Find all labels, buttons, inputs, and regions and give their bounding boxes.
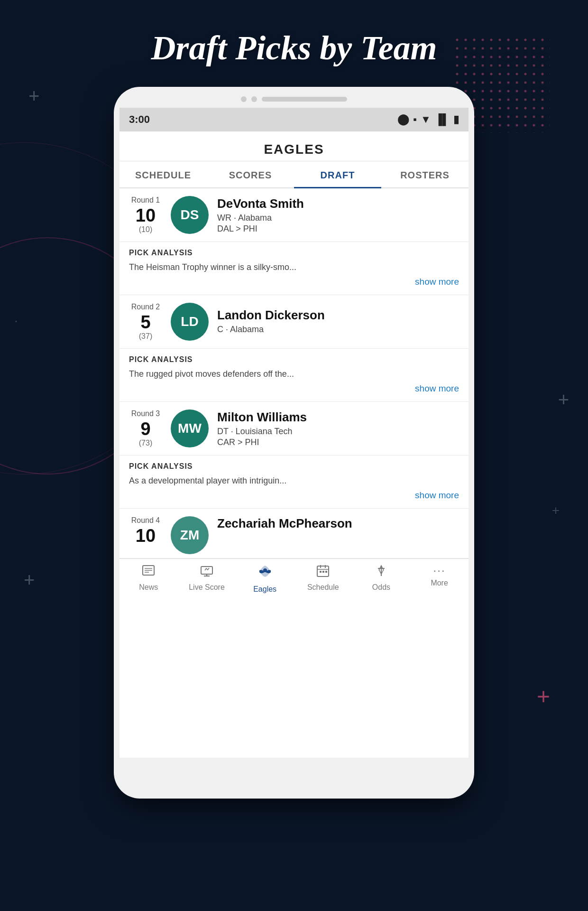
player-info-3: Milton Williams DT · Louisiana Tech CAR …: [217, 410, 459, 447]
nav-item-schedule[interactable]: Schedule: [299, 564, 347, 594]
svg-point-9: [263, 568, 267, 572]
page-title: Draft Picks by Team: [0, 0, 588, 87]
pick-item-4: Round 4 10 ZM Zechariah McPhearson: [119, 509, 469, 558]
status-time: 3:00: [129, 113, 150, 126]
pick-item-1: Round 1 10 (10) DS DeVonta Smith WR · Al…: [119, 188, 469, 295]
pick-analysis-1: PICK ANALYSIS The Heisman Trophy winner …: [119, 242, 469, 295]
player-trade-3: CAR > PHI: [217, 437, 459, 447]
show-more-2[interactable]: show more: [129, 383, 459, 394]
signal-icon: ▐▌: [435, 113, 450, 126]
tab-schedule[interactable]: SCHEDULE: [119, 161, 207, 187]
pick-item-2: Round 2 5 (37) LD Landon Dickerson C · A…: [119, 295, 469, 402]
pick-num-2: 5: [129, 313, 162, 331]
phone-frame: 3:00 ⬤ ▪ ▼ ▐▌ ▮ EAGLES SCHEDULE SCORES D…: [114, 87, 474, 799]
pick-overall-2: (37): [129, 332, 162, 341]
plus-icon-3: +: [24, 569, 35, 591]
analysis-label-2: PICK ANALYSIS: [129, 355, 459, 364]
phone-notch: [119, 96, 469, 108]
square-status-icon: ▪: [413, 113, 417, 126]
status-bar: 3:00 ⬤ ▪ ▼ ▐▌ ▮: [119, 108, 469, 131]
analysis-text-2: The rugged pivot moves defenders off the…: [129, 368, 459, 381]
pick-number-col-4: Round 4 10: [129, 516, 162, 545]
eagles-icon: [257, 564, 273, 583]
svg-rect-14: [320, 571, 322, 573]
status-bar-icons: ⬤ ▪ ▼ ▐▌ ▮: [397, 113, 459, 126]
nav-item-eagles[interactable]: Eagles: [241, 564, 289, 594]
player-position-2: C · Alabama: [217, 325, 459, 335]
svg-rect-15: [322, 571, 324, 573]
pink-plus-icon: +: [537, 683, 550, 709]
pick-row-3: Round 3 9 (73) MW Milton Williams DT · L…: [119, 402, 469, 455]
pick-num-1: 10: [129, 206, 162, 224]
player-info-1: DeVonta Smith WR · Alabama DAL > PHI: [217, 196, 459, 234]
pick-num-4: 10: [129, 527, 162, 545]
pick-number-col-3: Round 3 9 (73): [129, 409, 162, 447]
pick-row-4: Round 4 10 ZM Zechariah McPhearson: [119, 509, 469, 558]
svg-rect-16: [325, 571, 327, 573]
pick-analysis-3: PICK ANALYSIS As a developmental player …: [119, 455, 469, 508]
pick-overall-3: (73): [129, 439, 162, 447]
nav-label-livescore: Live Score: [189, 583, 225, 592]
player-info-2: Landon Dickerson C · Alabama: [217, 308, 459, 335]
nav-label-more: More: [431, 579, 448, 587]
plus-icon-4: +: [552, 503, 560, 518]
phone-bar: [262, 97, 347, 102]
nav-item-news[interactable]: News: [125, 564, 172, 594]
svg-rect-6: [201, 567, 212, 574]
nav-item-livescore[interactable]: Live Score: [183, 564, 230, 594]
analysis-label-3: PICK ANALYSIS: [129, 462, 459, 471]
pick-round-1: Round 1: [129, 196, 162, 205]
pick-num-3: 9: [129, 420, 162, 438]
tab-scores[interactable]: SCORES: [207, 161, 294, 187]
player-position-3: DT · Louisiana Tech: [217, 427, 459, 437]
bottom-nav: News Live Score: [119, 558, 469, 601]
battery-icon: ▮: [453, 113, 459, 126]
pick-row-1: Round 1 10 (10) DS DeVonta Smith WR · Al…: [119, 188, 469, 242]
pick-analysis-2: PICK ANALYSIS The rugged pivot moves def…: [119, 348, 469, 401]
player-name-2: Landon Dickerson: [217, 308, 459, 323]
analysis-text-1: The Heisman Trophy winner is a silky-smo…: [129, 261, 459, 274]
pick-item-3: Round 3 9 (73) MW Milton Williams DT · L…: [119, 402, 469, 509]
player-trade-1: DAL > PHI: [217, 224, 459, 234]
tab-bar: SCHEDULE SCORES DRAFT ROSTERS: [119, 161, 469, 188]
tab-rosters[interactable]: ROSTERS: [381, 161, 469, 187]
player-avatar-4: ZM: [171, 516, 209, 554]
player-name-3: Milton Williams: [217, 410, 459, 425]
wifi-icon: ▼: [421, 113, 431, 126]
player-avatar-3: MW: [171, 409, 209, 447]
show-more-3[interactable]: show more: [129, 490, 459, 501]
nav-item-more[interactable]: ··· More: [416, 564, 463, 594]
livescore-icon: [200, 564, 214, 581]
schedule-icon: [316, 564, 330, 581]
show-more-1[interactable]: show more: [129, 277, 459, 287]
nav-label-odds: Odds: [372, 583, 390, 592]
odds-icon: [374, 564, 388, 581]
nav-item-odds[interactable]: Odds: [358, 564, 405, 594]
player-avatar-1: DS: [171, 196, 209, 234]
pick-round-3: Round 3: [129, 409, 162, 418]
news-icon: [141, 564, 156, 581]
phone-dot-2: [251, 96, 257, 102]
team-header: EAGLES: [119, 131, 469, 161]
tab-draft[interactable]: DRAFT: [294, 161, 381, 187]
pick-number-col-1: Round 1 10 (10): [129, 196, 162, 234]
pick-overall-1: (10): [129, 225, 162, 234]
player-name-1: DeVonta Smith: [217, 196, 459, 211]
player-name-4: Zechariah McPhearson: [217, 516, 459, 531]
player-info-4: Zechariah McPhearson: [217, 516, 459, 533]
player-position-1: WR · Alabama: [217, 213, 459, 223]
pick-row-2: Round 2 5 (37) LD Landon Dickerson C · A…: [119, 295, 469, 348]
analysis-text-3: As a developmental player with intriguin…: [129, 474, 459, 487]
phone-dot-1: [241, 96, 247, 102]
dot-icon: ·: [14, 313, 18, 328]
app-content: EAGLES SCHEDULE SCORES DRAFT ROSTERS Rou…: [119, 131, 469, 758]
player-avatar-2: LD: [171, 303, 209, 341]
circle-status-icon: ⬤: [397, 113, 409, 126]
nav-label-schedule: Schedule: [307, 583, 339, 592]
more-icon: ···: [433, 564, 446, 577]
nav-label-news: News: [139, 583, 158, 592]
analysis-label-1: PICK ANALYSIS: [129, 249, 459, 257]
pick-round-4: Round 4: [129, 516, 162, 525]
nav-label-eagles: Eagles: [253, 585, 276, 594]
pick-round-2: Round 2: [129, 303, 162, 311]
